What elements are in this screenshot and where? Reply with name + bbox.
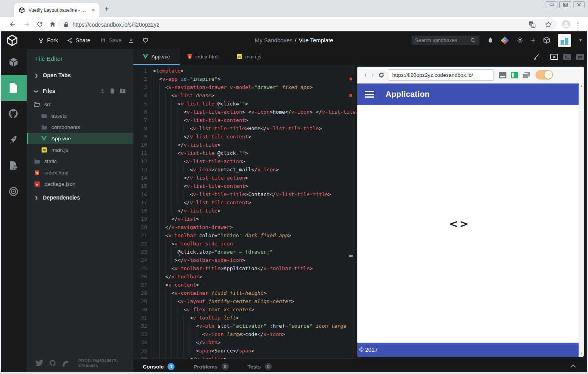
search-input[interactable]: Search sandboxes xyxy=(411,36,479,45)
preview-address-bar[interactable] xyxy=(388,69,494,81)
sidebar-item-sandbox-config[interactable] xyxy=(0,153,27,178)
new-tab-button[interactable]: + xyxy=(104,5,109,13)
preview-reload-icon[interactable] xyxy=(378,72,384,78)
tree-item-src[interactable]: src xyxy=(27,99,133,110)
editor-tab-main-js[interactable]: JSmain.js xyxy=(226,49,272,65)
line-number: 33 xyxy=(133,330,153,338)
user-avatar[interactable] xyxy=(558,34,571,47)
sidebar-item-file-editor[interactable] xyxy=(0,75,27,101)
tree-item-label: components xyxy=(51,124,80,130)
explorer-section-files[interactable]: ❯Files xyxy=(27,83,133,99)
breadcrumb-current: Vue Template xyxy=(299,37,333,44)
upload-icon[interactable] xyxy=(100,88,105,94)
address-bar[interactable]: https://codesandbox.io/s/ll20opz2yz A 文 xyxy=(58,19,557,30)
indent-guide xyxy=(153,330,202,338)
tree-item-package.json[interactable]: npackage.json xyxy=(27,178,133,190)
browser-tab[interactable]: Vuetify Layout baseline - Cod ✕ xyxy=(14,3,99,17)
tree-item-app.vue[interactable]: App.vue xyxy=(27,133,133,144)
svg-text:文: 文 xyxy=(532,24,535,27)
js-icon: JS xyxy=(41,147,47,153)
hamburger-menu-icon[interactable] xyxy=(365,89,374,99)
spectrum-icon[interactable] xyxy=(62,359,69,367)
window-close-button[interactable] xyxy=(573,1,585,8)
editor-tab-app-vue[interactable]: App.vue xyxy=(133,49,180,65)
console-toggle-button[interactable] xyxy=(563,54,571,60)
sidebar-item-deployment[interactable] xyxy=(0,127,27,153)
window-border-bottom xyxy=(0,372,588,374)
flame-icon[interactable] xyxy=(487,36,493,44)
indent-guide xyxy=(153,215,171,223)
github-footer-icon[interactable] xyxy=(49,359,56,367)
prettify-brush-icon[interactable] xyxy=(533,54,540,60)
home-icon[interactable] xyxy=(49,20,56,28)
new-folder-icon[interactable] xyxy=(120,88,126,94)
console-tab-label: Console xyxy=(143,364,164,370)
chevron-right-icon[interactable]: ❯ xyxy=(35,195,38,200)
explorer-section-open-tabs[interactable]: ❯Open Tabs xyxy=(27,67,133,83)
line-number: 6 xyxy=(133,108,153,116)
open-window-icon[interactable] xyxy=(522,71,530,79)
scroll-up-icon[interactable]: ▲ xyxy=(579,84,584,88)
reload-icon[interactable] xyxy=(36,20,44,28)
tree-item-assets[interactable]: assets xyxy=(27,110,133,122)
browser-tab-strip: Vuetify Layout baseline - Cod ✕ + xyxy=(0,0,588,17)
preview-pane: ‹ › Appl xyxy=(357,67,584,357)
source-code-button[interactable]: <> xyxy=(449,218,470,230)
tab-close-icon[interactable]: ✕ xyxy=(91,7,95,13)
html-icon: 5 xyxy=(187,54,192,59)
new-file-icon[interactable] xyxy=(110,88,115,94)
line-number: 5 xyxy=(133,100,153,108)
line-number: 2 xyxy=(133,75,153,83)
window-maximize-button[interactable] xyxy=(559,1,571,8)
gem-logo-icon[interactable] xyxy=(501,36,509,45)
browser-window: Vuetify Layout baseline - Cod ✕ + ht xyxy=(0,0,588,374)
browser-view-icon[interactable] xyxy=(499,71,507,79)
file-icon xyxy=(9,82,18,93)
app-toolbar: Application xyxy=(357,84,579,105)
tree-item-main.js[interactable]: JSmain.js xyxy=(27,144,133,156)
settings-gear-icon[interactable] xyxy=(517,37,523,44)
indent-guide xyxy=(153,83,165,91)
chevron-right-icon[interactable]: ❯ xyxy=(35,73,38,78)
explorer-section-dependencies[interactable]: ❯Dependencies xyxy=(27,190,133,205)
codesandbox-favicon xyxy=(19,7,25,13)
new-sandbox-plus-icon[interactable]: + xyxy=(531,36,535,45)
preview-forward-icon[interactable]: › xyxy=(371,71,374,79)
forward-icon[interactable] xyxy=(23,20,31,28)
app-footer: © 2017 xyxy=(357,343,579,357)
back-icon[interactable] xyxy=(9,20,16,28)
preview-scrollbar[interactable]: ▲ ▼ xyxy=(579,84,584,357)
panel-toggle-button[interactable] xyxy=(576,54,584,60)
dependencies-cube-icon[interactable] xyxy=(543,36,550,44)
scroll-down-icon[interactable]: ▼ xyxy=(579,352,584,355)
sidebar-item-live[interactable] xyxy=(0,178,27,204)
bookmark-star-icon[interactable] xyxy=(544,21,552,29)
tree-item-index.html[interactable]: 5index.html xyxy=(27,167,133,178)
sidebar-item-project-info[interactable] xyxy=(0,49,27,75)
editor-tab-label: index.html xyxy=(195,54,218,60)
editor-tab-index-html[interactable]: 5index.html xyxy=(180,49,226,65)
user-menu-caret-icon[interactable]: ▼ xyxy=(579,38,583,42)
line-number: 19 xyxy=(133,215,153,223)
tree-item-components[interactable]: components xyxy=(27,122,133,133)
translate-icon[interactable]: A 文 xyxy=(528,21,536,28)
file-gear-icon xyxy=(8,160,18,171)
breadcrumb-parent[interactable]: My Sandboxes xyxy=(255,37,293,44)
preview-back-icon[interactable]: ‹ xyxy=(364,71,367,79)
chevron-down-icon[interactable]: ❯ xyxy=(34,89,39,93)
indent-guide xyxy=(153,289,171,297)
indent-guide xyxy=(153,198,184,207)
split-editor-icon[interactable] xyxy=(510,71,519,79)
error-marker xyxy=(350,94,352,97)
sidebar-item-github[interactable] xyxy=(0,101,27,127)
preview-toggle-button[interactable] xyxy=(550,54,558,60)
browser-profile-avatar[interactable] xyxy=(561,20,571,29)
indent-guide xyxy=(153,207,178,215)
window-minimize-button[interactable] xyxy=(546,1,557,8)
line-number: 36 xyxy=(133,355,153,359)
panel-icon xyxy=(578,55,583,59)
collapse-chevron-icon[interactable] xyxy=(570,364,576,368)
tree-item-static[interactable]: static xyxy=(27,156,133,167)
live-preview-toggle[interactable] xyxy=(535,70,553,80)
twitter-icon[interactable] xyxy=(35,359,43,367)
